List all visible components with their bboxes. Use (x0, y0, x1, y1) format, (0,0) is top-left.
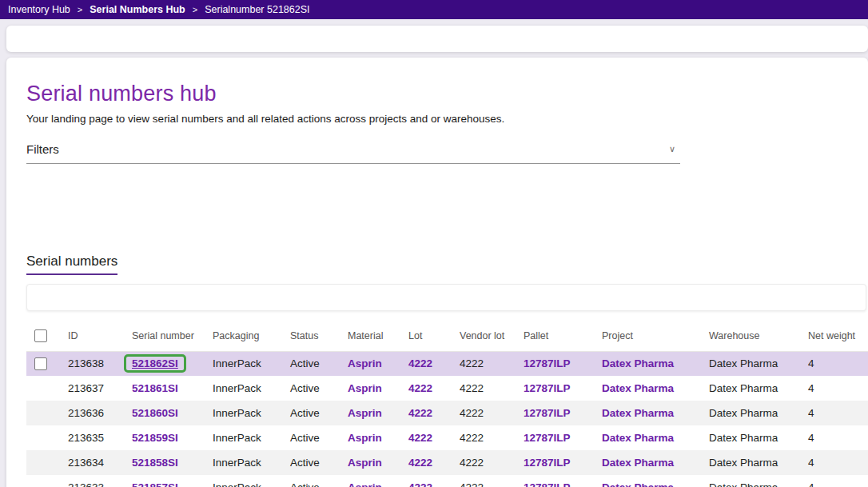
lot-link[interactable]: 4222 (400, 351, 452, 376)
cell-vendor_lot: 4222 (452, 401, 516, 425)
project-link[interactable]: Datex Pharma (594, 425, 701, 450)
column-header-vendor_lot[interactable]: Vendor lot (452, 321, 516, 351)
checkbox-header-cell (26, 321, 60, 351)
column-header-status[interactable]: Status (282, 321, 340, 351)
main-content-card: Serial numbers hub Your landing page to … (6, 58, 868, 487)
project-link[interactable]: Datex Pharma (594, 376, 701, 401)
column-header-material[interactable]: Material (340, 321, 400, 351)
column-header-warehouse[interactable]: Warehouse (701, 321, 800, 351)
column-header-project[interactable]: Project (594, 321, 701, 351)
breadcrumb-item-serial-numbers-hub[interactable]: Serial Numbers Hub (90, 4, 185, 15)
cell-id: 213634 (60, 450, 124, 475)
select-all-checkbox[interactable] (34, 329, 47, 342)
cell-id: 213636 (60, 401, 124, 425)
cell-net_weight: 4 (800, 425, 868, 450)
cell-warehouse: Datex Pharma (701, 450, 800, 475)
row-checkbox[interactable] (34, 357, 47, 370)
cell-warehouse: Datex Pharma (701, 401, 800, 425)
table-row[interactable]: 213633521857SIInnerPackActiveAsprin42224… (26, 475, 868, 487)
serial-number-link[interactable]: 521861SI (132, 382, 178, 394)
column-header-net_weight[interactable]: Net weight (800, 321, 868, 351)
cell-status: Active (282, 425, 340, 450)
column-header-pallet[interactable]: Pallet (516, 321, 594, 351)
filters-label: Filters (26, 142, 59, 156)
cell-status: Active (282, 376, 340, 401)
cell-serial: 521857SI (124, 475, 205, 487)
lot-link[interactable]: 4222 (400, 475, 452, 487)
project-link[interactable]: Datex Pharma (594, 450, 701, 475)
cell-net_weight: 4 (800, 450, 868, 475)
chevron-down-icon[interactable]: ∨ (669, 144, 675, 154)
pallet-link[interactable]: 12787ILP (516, 475, 594, 487)
pallet-link[interactable]: 12787ILP (516, 425, 594, 450)
breadcrumb-item-current: Serialnumber 521862SI (205, 4, 309, 15)
cell-net_weight: 4 (800, 376, 868, 401)
material-link[interactable]: Asprin (340, 376, 400, 401)
material-link[interactable]: Asprin (340, 425, 400, 450)
lot-link[interactable]: 4222 (400, 376, 452, 401)
cell-packaging: InnerPack (205, 376, 282, 401)
cell-packaging: InnerPack (205, 401, 282, 425)
serial-number-link[interactable]: 521858SI (132, 457, 178, 469)
table-header-row: IDSerial numberPackagingStatusMaterialLo… (26, 321, 868, 351)
serial-number-link[interactable]: 521860SI (132, 407, 178, 419)
table-row[interactable]: 213638521862SIInnerPackActiveAsprin42224… (26, 351, 868, 376)
serial-number-link[interactable]: 521862SI (132, 357, 178, 369)
material-link[interactable]: Asprin (340, 475, 400, 487)
cell-status: Active (282, 450, 340, 475)
pallet-link[interactable]: 12787ILP (516, 376, 594, 401)
cell-id: 213637 (60, 376, 124, 401)
pallet-link[interactable]: 12787ILP (516, 401, 594, 425)
lot-link[interactable]: 4222 (400, 450, 452, 475)
cell-vendor_lot: 4222 (452, 425, 516, 450)
cell-packaging: InnerPack (205, 425, 282, 450)
project-link[interactable]: Datex Pharma (594, 351, 701, 376)
cell-net_weight: 4 (800, 475, 868, 487)
cell-serial: 521862SI (124, 351, 205, 376)
cell-serial: 521860SI (124, 401, 205, 425)
pallet-link[interactable]: 12787ILP (516, 351, 594, 376)
column-header-id[interactable]: ID (60, 321, 124, 351)
cell-warehouse: Datex Pharma (701, 351, 800, 376)
serial-number-link[interactable]: 521859SI (132, 432, 178, 444)
material-link[interactable]: Asprin (340, 351, 400, 376)
project-link[interactable]: Datex Pharma (594, 475, 701, 487)
column-header-lot[interactable]: Lot (400, 321, 452, 351)
table-row[interactable]: 213636521860SIInnerPackActiveAsprin42224… (26, 401, 868, 425)
material-link[interactable]: Asprin (340, 401, 400, 425)
project-link[interactable]: Datex Pharma (594, 401, 701, 425)
cell-packaging: InnerPack (205, 450, 282, 475)
table-row[interactable]: 213634521858SIInnerPackActiveAsprin42224… (26, 450, 868, 475)
cell-id: 213635 (60, 425, 124, 450)
lot-link[interactable]: 4222 (400, 425, 452, 450)
cell-serial: 521859SI (124, 425, 205, 450)
breadcrumb-separator-icon: > (78, 5, 82, 14)
cell-serial: 521861SI (124, 376, 205, 401)
cell-vendor_lot: 4222 (452, 376, 516, 401)
grid-command-bar (26, 284, 866, 311)
serial-number-link[interactable]: 521857SI (132, 481, 178, 487)
row-checkbox-cell (26, 425, 60, 450)
table-row[interactable]: 213637521861SIInnerPackActiveAsprin42224… (26, 376, 868, 401)
cell-vendor_lot: 4222 (452, 450, 516, 475)
row-checkbox-cell (26, 351, 60, 376)
tab-serial-numbers[interactable]: Serial numbers (26, 253, 117, 275)
cell-net_weight: 4 (800, 351, 868, 376)
filters-expander[interactable]: Filters ∨ (26, 142, 680, 164)
row-checkbox-cell (26, 450, 60, 475)
cell-warehouse: Datex Pharma (701, 475, 800, 487)
cell-status: Active (282, 401, 340, 425)
lot-link[interactable]: 4222 (400, 401, 452, 425)
breadcrumb-item-inventory-hub[interactable]: Inventory Hub (8, 4, 70, 15)
cell-status: Active (282, 475, 340, 487)
breadcrumb: Inventory Hub > Serial Numbers Hub > Ser… (0, 0, 868, 19)
cell-vendor_lot: 4222 (452, 475, 516, 487)
cell-warehouse: Datex Pharma (701, 376, 800, 401)
material-link[interactable]: Asprin (340, 450, 400, 475)
table-row[interactable]: 213635521859SIInnerPackActiveAsprin42224… (26, 425, 868, 450)
column-header-serial[interactable]: Serial number (124, 321, 205, 351)
cell-net_weight: 4 (800, 401, 868, 425)
cell-id: 213633 (60, 475, 124, 487)
pallet-link[interactable]: 12787ILP (516, 450, 594, 475)
column-header-packaging[interactable]: Packaging (205, 321, 282, 351)
